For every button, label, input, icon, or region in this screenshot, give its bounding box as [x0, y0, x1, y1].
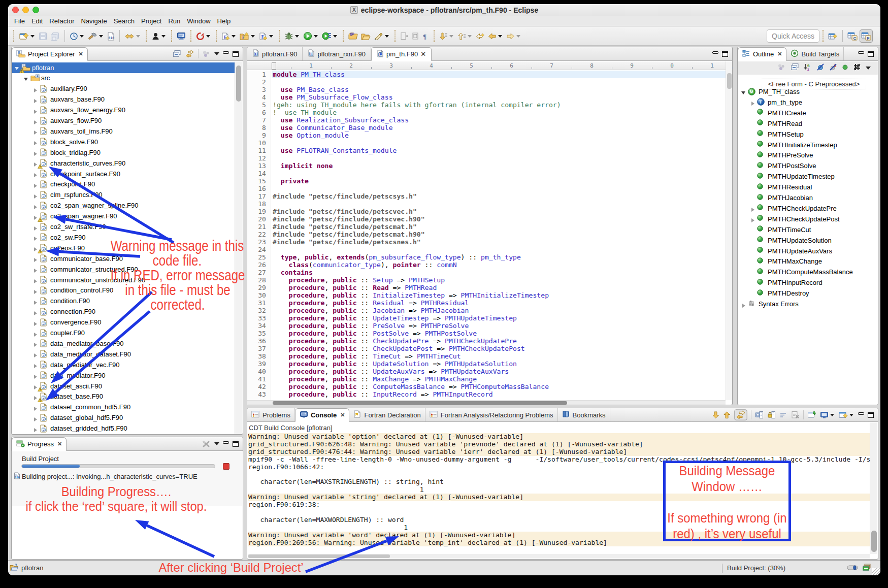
tree-item-dataset_ascii.F90[interactable]: .cdataset_ascii.F90 [12, 381, 235, 391]
sort-az-icon[interactable]: az [804, 63, 812, 73]
dropdown-caret-icon[interactable] [468, 35, 472, 40]
run-config-button[interactable] [321, 29, 339, 43]
outline-item-PMTHJacobian[interactable]: PMTHJacobian [738, 192, 877, 203]
console-monitor-button[interactable] [176, 29, 187, 43]
dots-gray-icon[interactable] [777, 63, 786, 73]
back-arrow-button[interactable] [487, 29, 504, 43]
back-star-button[interactable] [475, 29, 486, 43]
maximize-icon[interactable] [868, 412, 874, 418]
outline-item-PMTHInputRecord[interactable]: PMTHInputRecord [738, 277, 877, 288]
tree-item-block_solve.F90[interactable]: .cblock_solve.F90 [12, 137, 235, 147]
tree-item-checkpoint_surface.F90[interactable]: .ccheckpoint_surface.F90 [12, 169, 235, 179]
pin-console-icon[interactable] [807, 411, 816, 419]
term-doc-icon[interactable] [755, 411, 764, 419]
close-icon[interactable]: ✕ [57, 441, 62, 447]
tab-project-explorer[interactable]: Project Explorer ✕ [12, 47, 88, 61]
dropdown-caret-icon[interactable] [333, 35, 337, 40]
minimize-icon[interactable] [712, 51, 718, 54]
dots-gray-icon[interactable] [202, 50, 211, 57]
collapsed-arrow-icon[interactable] [33, 150, 38, 155]
outline-item-PMTHUpdateAuxVars[interactable]: PMTHUpdateAuxVars [738, 246, 877, 256]
save-button[interactable] [38, 29, 48, 43]
dropdown-caret-icon[interactable] [516, 35, 520, 40]
save-all-button[interactable] [49, 29, 61, 43]
collapsed-arrow-icon[interactable] [33, 118, 38, 123]
minimize-icon[interactable] [858, 51, 864, 54]
open-folder-button[interactable] [360, 29, 372, 43]
new-fortran-project-button[interactable]: F [239, 29, 257, 43]
tree-item-auxvars_flow_energy.F90[interactable]: .cauxvars_flow_energy.F90 [12, 105, 235, 115]
tab-outline[interactable]: Outline✕ [738, 47, 786, 61]
dropdown-caret-icon[interactable] [498, 35, 502, 40]
dropdown-caret-icon[interactable] [385, 35, 389, 40]
tree-item-dataset_base.F90[interactable]: .cdataset_base.F90 [12, 391, 235, 402]
tree-item-dataset_global_hdf5.F90[interactable]: .cdataset_global_hdf5.F90 [12, 412, 235, 423]
tree-item-dataset_common_hdf5.F90[interactable]: .cdataset_common_hdf5.F90 [12, 402, 235, 412]
console-horizontal-scrollbar[interactable] [248, 554, 870, 559]
outline-item-PMTHMaxChange[interactable]: PMTHMaxChange [738, 256, 877, 267]
restart-button[interactable] [195, 29, 212, 43]
collapsed-arrow-icon[interactable] [33, 415, 38, 420]
outline-item-PMTHRead[interactable]: PMTHRead [738, 118, 877, 129]
menu-file[interactable]: File [14, 17, 25, 25]
collapsed-arrow-icon[interactable] [33, 341, 38, 346]
dropdown-caret-icon[interactable] [136, 35, 140, 40]
resize-grip[interactable] [872, 568, 880, 575]
view-menu-icon[interactable] [866, 67, 871, 72]
arrow-up-gold-icon[interactable] [723, 411, 731, 419]
minimize-icon[interactable] [223, 51, 229, 54]
hide-fields-icon[interactable] [816, 63, 825, 73]
remove-terminated-icon[interactable] [202, 440, 211, 448]
close-icon[interactable]: ✕ [340, 412, 345, 418]
collapsed-arrow-icon[interactable] [33, 320, 38, 325]
collapsed-arrow-icon[interactable] [741, 302, 746, 307]
minimize-icon[interactable] [223, 441, 229, 444]
fortran-perspective-button[interactable]: F [860, 29, 873, 43]
mark-occurrences-button[interactable] [123, 29, 142, 43]
dropdown-caret-icon[interactable] [206, 35, 210, 40]
collapsed-arrow-icon[interactable] [33, 224, 38, 230]
expanded-arrow-icon[interactable] [741, 89, 746, 94]
tree-item-auxvars_base.F90[interactable]: .cauxvars_base.F90 [12, 94, 235, 105]
view-menu-icon[interactable] [214, 442, 219, 448]
prev-annotation-button[interactable] [410, 29, 420, 43]
tree-item-pflotran[interactable]: pflotran [12, 62, 235, 73]
menu-window[interactable]: Window [187, 17, 210, 25]
collapsed-arrow-icon[interactable] [33, 182, 38, 187]
hide-local-icon[interactable] [853, 63, 861, 73]
dropdown-caret-icon[interactable] [269, 35, 273, 40]
collapsed-arrow-icon[interactable] [33, 97, 38, 102]
menu-navigate[interactable]: Navigate [81, 17, 107, 25]
maximize-icon[interactable] [233, 51, 239, 57]
menu-help[interactable]: Help [217, 17, 231, 25]
editor-vertical-scrollbar[interactable] [726, 61, 732, 400]
tree-item-characteristic_curves.F90[interactable]: .ccharacteristic_curves.F90 [12, 158, 235, 169]
close-icon[interactable]: ✕ [78, 51, 83, 57]
collapsed-arrow-icon[interactable] [33, 331, 38, 336]
editor-tab-pm_th.F90[interactable]: Fpm_th.F90✕ [371, 47, 432, 61]
outline-item-pm_th_type[interactable]: Tpm_th_type [738, 97, 877, 108]
pilcrow-button[interactable]: ¶ [421, 29, 430, 43]
menu-project[interactable]: Project [141, 17, 161, 25]
hide-nonpublic-icon[interactable] [842, 63, 848, 73]
collapsed-arrow-icon[interactable] [33, 203, 38, 208]
editor-tab-pflotran.F90[interactable]: Fpflotran.F90 [247, 47, 303, 60]
tree-item-dataset_gridded_hdf5.F90[interactable]: .cdataset_gridded_hdf5.F90 [12, 423, 235, 434]
tree-item-data_mediator_base.F90[interactable]: .cdata_mediator_base.F90 [12, 338, 235, 349]
tree-item-block_tridiag.F90[interactable]: .cblock_tridiag.F90 [12, 147, 235, 158]
highlight-pen-button[interactable] [373, 29, 391, 43]
collapsed-arrow-icon[interactable] [33, 171, 38, 176]
open-perspective-button[interactable] [827, 29, 839, 43]
outline-item-Syntax Errors[interactable]: Syntax Errors [738, 299, 877, 309]
tab-bookmarks[interactable]: Bookmarks [558, 408, 610, 421]
clear-console-icon[interactable] [791, 411, 800, 419]
outline-item-PMTHPreSolve[interactable]: PMTHPreSolve [738, 150, 877, 160]
menu-edit[interactable]: Edit [31, 17, 43, 25]
tree-item-data_mediator_dataset.F90[interactable]: .cdata_mediator_dataset.F90 [12, 349, 235, 360]
outline-item-PMTHCreate[interactable]: PMTHCreate [738, 108, 877, 118]
tree-item-auxiliary.F90[interactable]: .cauxiliary.F90 [12, 83, 235, 94]
outline-item-PMTHUpdateTimestep[interactable]: PMTHUpdateTimestep [738, 171, 877, 182]
tree-item-src[interactable]: src [12, 73, 235, 83]
close-icon[interactable]: ✕ [777, 51, 782, 57]
dropdown-caret-icon[interactable] [314, 35, 318, 40]
